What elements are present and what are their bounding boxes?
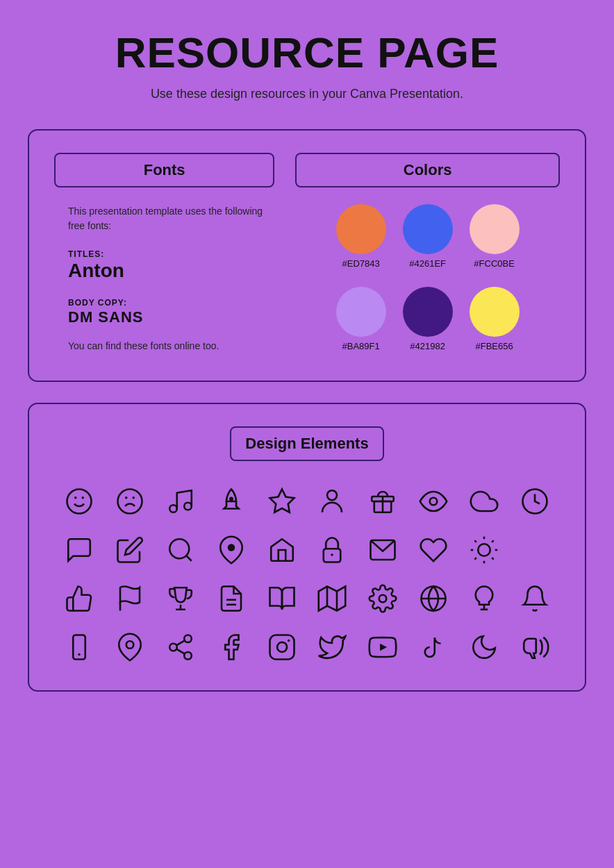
color-rows-wrapper: #ED7843 #4261EF #FCC0BE #BA89F1 bbox=[295, 204, 560, 358]
fonts-description: This presentation template uses the foll… bbox=[54, 204, 274, 233]
heart-icon bbox=[413, 529, 454, 571]
music-icon bbox=[160, 481, 201, 522]
fonts-colors-row: Fonts This presentation template uses th… bbox=[54, 153, 560, 358]
color-label-yellow: #FBE656 bbox=[476, 341, 513, 351]
colors-header: Colors bbox=[295, 153, 560, 187]
color-circle-orange bbox=[336, 204, 386, 254]
titles-font-entry: TITLES: Anton bbox=[54, 247, 274, 282]
facebook-icon bbox=[210, 626, 252, 668]
svg-point-21 bbox=[478, 544, 490, 556]
book-icon bbox=[261, 578, 303, 619]
twitter-icon bbox=[311, 626, 353, 668]
svg-point-43 bbox=[126, 641, 134, 649]
smile-icon bbox=[58, 481, 100, 522]
pin-icon bbox=[210, 529, 252, 571]
svg-point-44 bbox=[184, 635, 192, 643]
color-row-2: #BA89F1 #421982 #FBE656 bbox=[295, 287, 560, 351]
color-label-lavender: #BA89F1 bbox=[342, 341, 380, 351]
page-subtitle: Use these design resources in your Canva… bbox=[151, 87, 463, 101]
svg-marker-51 bbox=[380, 644, 387, 651]
icon-row-4 bbox=[54, 626, 560, 668]
svg-point-46 bbox=[184, 652, 192, 660]
share-icon bbox=[160, 626, 201, 668]
svg-point-15 bbox=[169, 539, 189, 558]
magnify-icon bbox=[160, 529, 201, 571]
bell-icon bbox=[514, 578, 556, 619]
bulb-icon bbox=[463, 578, 505, 619]
svg-point-13 bbox=[430, 498, 438, 506]
svg-line-48 bbox=[176, 640, 185, 645]
thumbsup-icon bbox=[58, 578, 100, 619]
color-item-pink: #FCC0BE bbox=[470, 204, 520, 269]
svg-line-28 bbox=[474, 558, 476, 559]
fonts-note: You can find these fonts online too. bbox=[54, 340, 274, 351]
trophy-icon bbox=[160, 578, 201, 619]
frown-icon bbox=[109, 481, 151, 522]
location-icon bbox=[109, 626, 151, 668]
phone-icon bbox=[58, 626, 100, 668]
svg-point-0 bbox=[67, 490, 92, 514]
color-item-lavender: #BA89F1 bbox=[336, 287, 386, 351]
svg-point-17 bbox=[228, 544, 235, 551]
titles-label: TITLES: bbox=[68, 249, 104, 259]
design-elements-card: Design Elements bbox=[28, 403, 586, 692]
youtube-icon bbox=[362, 626, 404, 668]
svg-point-10 bbox=[327, 490, 337, 500]
page-title: RESOURCE PAGE bbox=[115, 28, 499, 77]
document-icon bbox=[210, 578, 252, 619]
icon-row-1 bbox=[54, 481, 560, 522]
gift-icon bbox=[362, 481, 404, 522]
svg-rect-49 bbox=[269, 635, 294, 660]
tiktok-icon bbox=[413, 626, 454, 668]
lock-icon bbox=[311, 529, 353, 571]
svg-point-19 bbox=[331, 553, 334, 556]
color-item-blue: #4261EF bbox=[403, 204, 453, 269]
color-item-yellow: #FBE656 bbox=[470, 287, 520, 351]
speech-bubble-icon bbox=[58, 529, 100, 571]
star-icon bbox=[261, 481, 303, 522]
fonts-header: Fonts bbox=[54, 153, 274, 187]
bodycopy-font-name: DM SANS bbox=[68, 308, 274, 326]
clock-icon bbox=[514, 481, 556, 522]
titles-font-name: Anton bbox=[68, 260, 274, 282]
icon-row-2 bbox=[54, 529, 560, 571]
svg-point-8 bbox=[230, 498, 233, 501]
design-elements-header: Design Elements bbox=[230, 426, 383, 461]
instagram-icon bbox=[261, 626, 303, 668]
color-label-orange: #ED7843 bbox=[342, 258, 380, 269]
svg-line-29 bbox=[492, 540, 493, 542]
map-icon bbox=[311, 578, 353, 619]
flag-icon bbox=[109, 578, 151, 619]
color-row-1: #ED7843 #4261EF #FCC0BE bbox=[295, 204, 560, 269]
person-icon bbox=[311, 481, 353, 522]
fonts-section: Fonts This presentation template uses th… bbox=[54, 153, 274, 351]
gear-icon bbox=[362, 578, 404, 619]
megaphone-icon bbox=[514, 626, 556, 668]
color-label-blue: #4261EF bbox=[409, 258, 446, 269]
color-label-darkpurple: #421982 bbox=[410, 341, 445, 351]
svg-point-3 bbox=[118, 490, 142, 514]
color-item-darkpurple: #421982 bbox=[403, 287, 453, 351]
svg-point-45 bbox=[169, 644, 177, 651]
color-item-orange: #ED7843 bbox=[336, 204, 386, 269]
color-circle-blue bbox=[403, 204, 453, 254]
svg-point-36 bbox=[379, 595, 387, 603]
mail-icon bbox=[362, 529, 404, 571]
cloud-icon bbox=[463, 481, 505, 522]
eye-icon bbox=[413, 481, 454, 522]
sun-icon bbox=[463, 529, 505, 571]
colors-section: Colors #ED7843 #4261EF #FCC0BE bbox=[295, 153, 560, 358]
svg-line-47 bbox=[176, 649, 185, 654]
svg-point-7 bbox=[184, 503, 192, 510]
icon-row-3 bbox=[54, 578, 560, 619]
svg-marker-33 bbox=[319, 587, 346, 611]
color-circle-lavender bbox=[336, 287, 386, 337]
fonts-colors-card: Fonts This presentation template uses th… bbox=[28, 129, 586, 382]
bodycopy-label: BODY COPY: bbox=[68, 298, 127, 308]
svg-line-16 bbox=[186, 556, 192, 561]
icons-grid bbox=[54, 481, 560, 668]
house-icon bbox=[261, 529, 303, 571]
svg-point-6 bbox=[169, 505, 177, 512]
svg-line-24 bbox=[474, 540, 476, 542]
color-label-pink: #FCC0BE bbox=[474, 258, 515, 269]
